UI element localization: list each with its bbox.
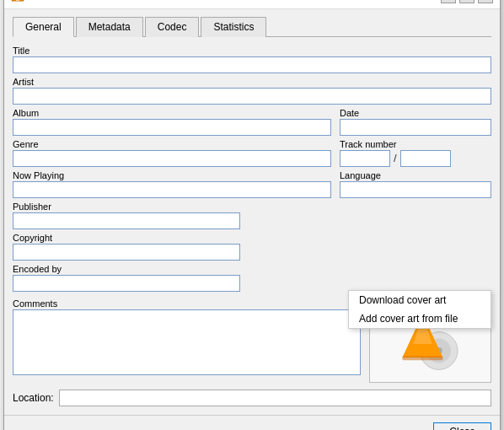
tab-codec[interactable]: Codec: [145, 17, 200, 37]
vlc-icon: [11, 0, 24, 3]
comments-label: Comments: [13, 298, 361, 309]
artist-field-group: Artist: [13, 77, 491, 105]
now-playing-label: Now Playing: [13, 170, 331, 180]
publisher-field-group: Publisher: [13, 202, 491, 229]
encoded-by-input[interactable]: [13, 275, 240, 292]
minimize-button[interactable]: —: [441, 0, 456, 3]
publisher-input[interactable]: [13, 212, 240, 229]
context-menu-add-cover[interactable]: Add cover art from file: [349, 309, 491, 328]
copyright-input[interactable]: [13, 244, 240, 261]
tab-bar: General Metadata Codec Statistics: [13, 16, 491, 37]
copyright-field-group: Copyright: [13, 233, 491, 261]
language-label: Language: [340, 170, 491, 180]
title-label: Title: [13, 46, 491, 56]
context-menu: Download cover art Add cover art from fi…: [348, 290, 491, 329]
window-body: General Metadata Codec Statistics Title …: [4, 9, 500, 415]
window-title: Current Media Information: [29, 0, 441, 2]
track-number-label: Track number: [340, 139, 491, 149]
maximize-button[interactable]: □: [459, 0, 475, 3]
svg-rect-8: [402, 356, 442, 360]
language-field-group: Language: [340, 170, 491, 198]
location-label: Location:: [13, 392, 54, 404]
album-field-group: Album: [13, 108, 331, 136]
track-separator: /: [394, 152, 397, 164]
track-number-field-group: Track number /: [340, 139, 491, 167]
title-field-group: Title: [13, 46, 491, 73]
location-row: Location:: [13, 390, 491, 406]
context-menu-download-cover[interactable]: Download cover art: [349, 291, 491, 309]
language-input[interactable]: [340, 181, 491, 198]
svg-rect-1: [16, 0, 19, 1]
date-field-group: Date: [340, 108, 491, 136]
window-close-button[interactable]: ✕: [478, 0, 493, 3]
cover-art-section: Download cover art Add cover art from fi…: [369, 298, 491, 383]
main-window: Current Media Information — □ ✕ General …: [3, 0, 501, 430]
artist-label: Artist: [13, 77, 491, 87]
footer: Close: [4, 415, 500, 431]
title-input[interactable]: [13, 56, 491, 73]
comments-field-group: Comments: [13, 298, 361, 383]
tab-general[interactable]: General: [13, 17, 74, 37]
track-number-row: /: [340, 150, 491, 167]
location-input[interactable]: [59, 390, 491, 406]
track-number-input[interactable]: [340, 150, 390, 167]
track-total-input[interactable]: [400, 150, 451, 167]
close-button[interactable]: Close: [433, 422, 491, 431]
copyright-label: Copyright: [13, 233, 491, 243]
comments-cover-row: Comments Download cover art Add cover ar…: [13, 298, 491, 383]
now-playing-input[interactable]: [13, 181, 331, 198]
now-playing-field-group: Now Playing: [13, 170, 331, 198]
window-controls: — □ ✕: [441, 0, 493, 3]
genre-input[interactable]: [13, 150, 331, 167]
artist-input[interactable]: [13, 88, 491, 105]
date-label: Date: [340, 108, 491, 118]
encoded-by-label: Encoded by: [13, 264, 491, 274]
form-area: Title Artist Album Date: [13, 46, 491, 383]
genre-track-row: Genre Track number /: [13, 139, 491, 167]
publisher-label: Publisher: [13, 202, 491, 212]
album-date-row: Album Date: [13, 108, 491, 136]
album-label: Album: [13, 108, 331, 118]
album-input[interactable]: [13, 119, 331, 136]
date-input[interactable]: [340, 119, 491, 136]
encoded-by-field-group: Encoded by: [13, 264, 491, 292]
genre-field-group: Genre: [13, 139, 331, 167]
tab-statistics[interactable]: Statistics: [201, 17, 266, 37]
genre-label: Genre: [13, 139, 331, 149]
nowplaying-language-row: Now Playing Language: [13, 170, 491, 198]
title-bar: Current Media Information — □ ✕: [4, 0, 500, 9]
comments-textarea[interactable]: [13, 309, 361, 375]
tab-metadata[interactable]: Metadata: [76, 17, 143, 37]
